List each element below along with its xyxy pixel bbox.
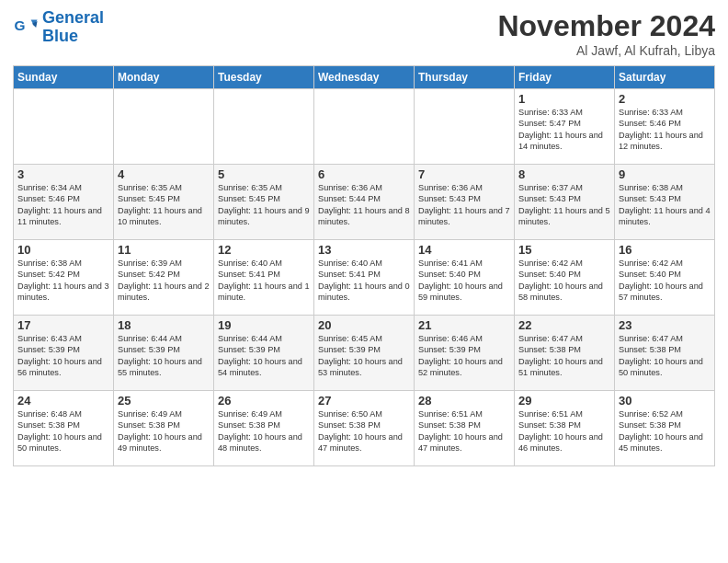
day-number: 26 (218, 394, 310, 408)
col-header-friday: Friday (515, 66, 615, 89)
week-row-5: 24Sunrise: 6:48 AM Sunset: 5:38 PM Dayli… (14, 391, 715, 466)
day-info: Sunrise: 6:40 AM Sunset: 5:41 PM Dayligh… (318, 258, 410, 304)
day-cell: 1Sunrise: 6:33 AM Sunset: 5:47 PM Daylig… (515, 89, 615, 165)
week-row-3: 10Sunrise: 6:38 AM Sunset: 5:42 PM Dayli… (14, 240, 715, 316)
day-cell: 30Sunrise: 6:52 AM Sunset: 5:38 PM Dayli… (615, 391, 715, 466)
day-info: Sunrise: 6:47 AM Sunset: 5:38 PM Dayligh… (619, 333, 711, 379)
day-cell: 22Sunrise: 6:47 AM Sunset: 5:38 PM Dayli… (515, 316, 615, 391)
day-number: 21 (418, 318, 510, 332)
day-number: 19 (218, 318, 310, 332)
day-info: Sunrise: 6:43 AM Sunset: 5:39 PM Dayligh… (17, 333, 109, 379)
day-number: 7 (418, 167, 510, 181)
day-info: Sunrise: 6:44 AM Sunset: 5:39 PM Dayligh… (118, 333, 210, 379)
day-number: 4 (118, 167, 210, 181)
day-cell: 24Sunrise: 6:48 AM Sunset: 5:38 PM Dayli… (14, 391, 114, 466)
day-cell: 29Sunrise: 6:51 AM Sunset: 5:38 PM Dayli… (515, 391, 615, 466)
day-number: 28 (418, 394, 510, 408)
day-number: 25 (118, 394, 210, 408)
logo: G General Blue (13, 9, 104, 46)
day-info: Sunrise: 6:38 AM Sunset: 5:43 PM Dayligh… (619, 182, 711, 228)
col-header-saturday: Saturday (615, 66, 715, 89)
week-row-1: 1Sunrise: 6:33 AM Sunset: 5:47 PM Daylig… (14, 89, 715, 165)
day-cell: 13Sunrise: 6:40 AM Sunset: 5:41 PM Dayli… (314, 240, 415, 316)
logo-text: General Blue (42, 9, 104, 46)
day-number: 29 (518, 394, 610, 408)
day-number: 16 (619, 243, 711, 257)
day-cell: 6Sunrise: 6:36 AM Sunset: 5:44 PM Daylig… (314, 165, 415, 240)
day-info: Sunrise: 6:42 AM Sunset: 5:40 PM Dayligh… (619, 258, 711, 304)
day-number: 11 (118, 243, 210, 257)
page-container: G General Blue November 2024 Al Jawf, Al… (0, 0, 728, 472)
day-info: Sunrise: 6:44 AM Sunset: 5:39 PM Dayligh… (218, 333, 310, 379)
day-info: Sunrise: 6:52 AM Sunset: 5:38 PM Dayligh… (619, 408, 711, 454)
day-number: 6 (318, 167, 410, 181)
col-header-wednesday: Wednesday (314, 66, 415, 89)
day-info: Sunrise: 6:49 AM Sunset: 5:38 PM Dayligh… (118, 408, 210, 454)
day-info: Sunrise: 6:33 AM Sunset: 5:46 PM Dayligh… (619, 107, 711, 153)
day-cell: 2Sunrise: 6:33 AM Sunset: 5:46 PM Daylig… (615, 89, 715, 165)
logo-line2: Blue (42, 27, 78, 45)
day-cell: 26Sunrise: 6:49 AM Sunset: 5:38 PM Dayli… (214, 391, 314, 466)
day-number: 3 (17, 167, 109, 181)
day-cell: 15Sunrise: 6:42 AM Sunset: 5:40 PM Dayli… (515, 240, 615, 316)
day-info: Sunrise: 6:48 AM Sunset: 5:38 PM Dayligh… (17, 408, 109, 454)
col-header-sunday: Sunday (14, 66, 114, 89)
day-info: Sunrise: 6:34 AM Sunset: 5:46 PM Dayligh… (17, 182, 109, 228)
week-row-2: 3Sunrise: 6:34 AM Sunset: 5:46 PM Daylig… (14, 165, 715, 240)
day-cell: 21Sunrise: 6:46 AM Sunset: 5:39 PM Dayli… (415, 316, 515, 391)
day-info: Sunrise: 6:36 AM Sunset: 5:44 PM Dayligh… (318, 182, 410, 228)
day-cell: 11Sunrise: 6:39 AM Sunset: 5:42 PM Dayli… (114, 240, 214, 316)
day-info: Sunrise: 6:40 AM Sunset: 5:41 PM Dayligh… (218, 258, 310, 304)
day-info: Sunrise: 6:51 AM Sunset: 5:38 PM Dayligh… (518, 408, 610, 454)
day-info: Sunrise: 6:41 AM Sunset: 5:40 PM Dayligh… (418, 258, 510, 304)
svg-text:G: G (14, 17, 25, 33)
day-number: 20 (318, 318, 410, 332)
day-info: Sunrise: 6:49 AM Sunset: 5:38 PM Dayligh… (218, 408, 310, 454)
day-cell: 28Sunrise: 6:51 AM Sunset: 5:38 PM Dayli… (415, 391, 515, 466)
col-header-monday: Monday (114, 66, 214, 89)
day-cell: 17Sunrise: 6:43 AM Sunset: 5:39 PM Dayli… (14, 316, 114, 391)
day-number: 24 (17, 394, 109, 408)
day-number: 23 (619, 318, 711, 332)
day-number: 13 (318, 243, 410, 257)
col-header-tuesday: Tuesday (214, 66, 314, 89)
day-number: 18 (118, 318, 210, 332)
day-number: 8 (518, 167, 610, 181)
day-cell: 18Sunrise: 6:44 AM Sunset: 5:39 PM Dayli… (114, 316, 214, 391)
day-cell: 14Sunrise: 6:41 AM Sunset: 5:40 PM Dayli… (415, 240, 515, 316)
day-info: Sunrise: 6:45 AM Sunset: 5:39 PM Dayligh… (318, 333, 410, 379)
day-cell: 5Sunrise: 6:35 AM Sunset: 5:45 PM Daylig… (214, 165, 314, 240)
day-number: 22 (518, 318, 610, 332)
day-cell: 3Sunrise: 6:34 AM Sunset: 5:46 PM Daylig… (14, 165, 114, 240)
day-cell: 23Sunrise: 6:47 AM Sunset: 5:38 PM Dayli… (615, 316, 715, 391)
day-info: Sunrise: 6:36 AM Sunset: 5:43 PM Dayligh… (418, 182, 510, 228)
day-number: 27 (318, 394, 410, 408)
day-cell: 10Sunrise: 6:38 AM Sunset: 5:42 PM Dayli… (14, 240, 114, 316)
day-info: Sunrise: 6:50 AM Sunset: 5:38 PM Dayligh… (318, 408, 410, 454)
day-cell: 4Sunrise: 6:35 AM Sunset: 5:45 PM Daylig… (114, 165, 214, 240)
day-cell (14, 89, 114, 165)
logo-icon: G (13, 15, 39, 40)
day-number: 17 (17, 318, 109, 332)
day-number: 14 (418, 243, 510, 257)
day-info: Sunrise: 6:38 AM Sunset: 5:42 PM Dayligh… (17, 258, 109, 304)
day-info: Sunrise: 6:35 AM Sunset: 5:45 PM Dayligh… (218, 182, 310, 228)
day-cell (114, 89, 214, 165)
day-number: 12 (218, 243, 310, 257)
day-number: 1 (518, 92, 610, 106)
week-row-4: 17Sunrise: 6:43 AM Sunset: 5:39 PM Dayli… (14, 316, 715, 391)
day-cell: 9Sunrise: 6:38 AM Sunset: 5:43 PM Daylig… (615, 165, 715, 240)
day-cell: 25Sunrise: 6:49 AM Sunset: 5:38 PM Dayli… (114, 391, 214, 466)
day-cell: 8Sunrise: 6:37 AM Sunset: 5:43 PM Daylig… (515, 165, 615, 240)
header: G General Blue November 2024 Al Jawf, Al… (13, 9, 715, 58)
day-number: 2 (619, 92, 711, 106)
day-cell: 16Sunrise: 6:42 AM Sunset: 5:40 PM Dayli… (615, 240, 715, 316)
day-info: Sunrise: 6:35 AM Sunset: 5:45 PM Dayligh… (118, 182, 210, 228)
day-cell: 12Sunrise: 6:40 AM Sunset: 5:41 PM Dayli… (214, 240, 314, 316)
day-info: Sunrise: 6:39 AM Sunset: 5:42 PM Dayligh… (118, 258, 210, 304)
day-number: 5 (218, 167, 310, 181)
title-section: November 2024 Al Jawf, Al Kufrah, Libya (497, 9, 715, 58)
day-number: 15 (518, 243, 610, 257)
day-info: Sunrise: 6:33 AM Sunset: 5:47 PM Dayligh… (518, 107, 610, 153)
header-row: SundayMondayTuesdayWednesdayThursdayFrid… (14, 66, 715, 89)
